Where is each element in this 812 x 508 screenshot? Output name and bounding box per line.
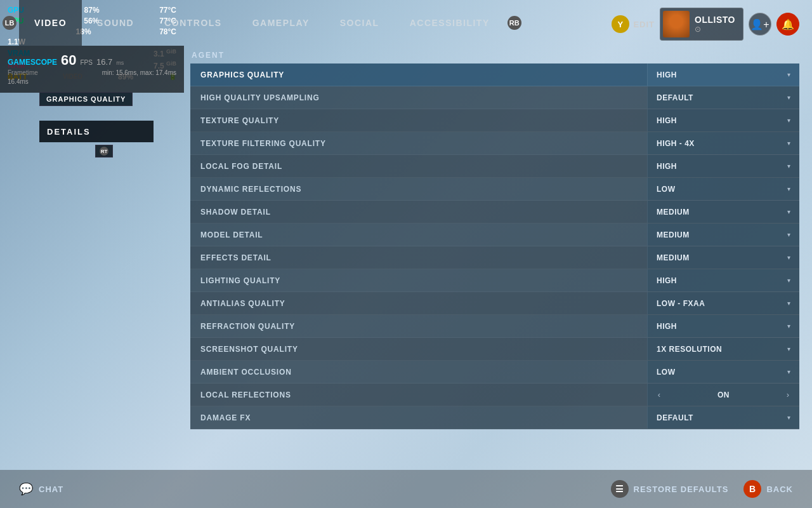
gamescope-label: GAMESCOPE [8, 58, 57, 67]
settings-row: SCREENSHOT QUALITY 1X RESOLUTION ▾ [190, 338, 799, 361]
settings-value-dropdown[interactable]: MEDIUM ▾ [647, 246, 799, 269]
settings-row: EFFECTS DETAIL MEDIUM ▾ [190, 246, 799, 269]
settings-value-text: DEFAULT [657, 413, 693, 422]
setting-label: LOCAL FOG DETAIL [190, 162, 647, 171]
settings-value-dropdown[interactable]: HIGH ▾ [647, 315, 799, 337]
settings-row: TEXTURE FILTERING QUALITY HIGH - 4X ▾ [190, 132, 799, 155]
frametime-range: min: 15.6ms, max: 17.4ms [102, 69, 176, 77]
settings-row: AMBIENT OCCLUSION LOW ▾ [190, 361, 799, 384]
tab-gameplay[interactable]: GAMEPLAY [237, 0, 325, 46]
setting-label: GRAPHICS QUALITY [190, 70, 647, 79]
arrow-control[interactable]: ‹ ON › [647, 384, 799, 406]
ms-value: 16.7 [96, 57, 112, 67]
tab-video[interactable]: VIDEO [19, 0, 82, 46]
frametime-label: Frametime [8, 69, 38, 77]
back-label: BACK [766, 485, 793, 494]
settings-table: GRAPHICS QUALITY HIGH ▾ HIGH QUALITY UPS… [190, 64, 799, 429]
fps-unit: FPS [81, 59, 93, 66]
b-button-icon: B [743, 480, 761, 498]
perf-panel: GAMESCOPE 60 FPS 16.7 ms Frametime min: … [0, 46, 184, 93]
setting-label: MODEL DETAIL [190, 231, 647, 239]
restore-defaults-label: RESTORE DEFAULTS [634, 485, 729, 494]
settings-row: TEXTURE QUALITY HIGH ▾ [190, 109, 799, 132]
fps-value: 60 [61, 52, 76, 69]
setting-label: REFRACTION QUALITY [190, 322, 647, 331]
chevron-down-icon: ▾ [787, 163, 790, 170]
settings-row: GRAPHICS QUALITY HIGH ▾ [190, 64, 799, 86]
settings-value-text: HIGH - 4X [657, 139, 695, 148]
settings-value-dropdown[interactable]: HIGH ▾ [647, 109, 799, 131]
settings-value-text: 1X RESOLUTION [657, 345, 722, 354]
settings-value-text: HIGH [657, 70, 677, 79]
settings-row: DAMAGE FX DEFAULT ▾ [190, 406, 799, 429]
chevron-down-icon: ▾ [787, 117, 790, 124]
settings-value-text: MEDIUM [657, 253, 690, 262]
setting-label: SHADOW DETAIL [190, 208, 647, 217]
settings-value-dropdown[interactable]: MEDIUM ▾ [647, 224, 799, 246]
chat-icon: 💬 [19, 482, 34, 496]
settings-value-text: MEDIUM [657, 231, 690, 239]
arrow-value: ON [717, 391, 730, 399]
settings-value-dropdown[interactable]: DEFAULT ▾ [647, 86, 799, 109]
rb-badge[interactable]: RB [508, 16, 521, 30]
bottom-right-actions: ☰ RESTORE DEFAULTS B BACK [611, 480, 793, 498]
settings-row: MODEL DETAIL MEDIUM ▾ [190, 224, 799, 246]
chat-action[interactable]: 💬 CHAT [19, 482, 63, 496]
setting-label: SCREENSHOT QUALITY [190, 345, 647, 354]
setting-label: AMBIENT OCCLUSION [190, 368, 647, 377]
setting-label: LOCAL REFLECTIONS [190, 391, 647, 399]
settings-value-text: HIGH [657, 276, 677, 285]
tab-accessibility[interactable]: ACCESSIBILITY [395, 0, 505, 46]
settings-value-text: LOW [657, 185, 676, 194]
chevron-down-icon: ▾ [787, 345, 790, 352]
settings-row: LOCAL FOG DETAIL HIGH ▾ [190, 155, 799, 178]
chevron-down-icon: ▾ [787, 94, 790, 101]
lb-badge[interactable]: LB [3, 16, 16, 30]
chevron-down-icon: ▾ [787, 368, 790, 375]
settings-value-text: HIGH [657, 322, 677, 331]
settings-value-dropdown[interactable]: HIGH ▾ [647, 269, 799, 291]
arrow-left-button[interactable]: ‹ [648, 384, 671, 406]
restore-defaults-action[interactable]: ☰ RESTORE DEFAULTS [611, 480, 729, 498]
settings-value-dropdown[interactable]: LOW ▾ [647, 178, 799, 200]
settings-value-dropdown[interactable]: HIGH - 4X ▾ [647, 132, 799, 154]
chat-label: CHAT [39, 485, 63, 494]
setting-label: DAMAGE FX [190, 413, 647, 422]
tab-controls[interactable]: CONTROLS [149, 0, 237, 46]
settings-row: ANTIALIAS QUALITY LOW - FXAA ▾ [190, 292, 799, 315]
settings-value-text: HIGH [657, 162, 677, 171]
setting-label: HIGH QUALITY UPSAMPLING [190, 93, 647, 102]
bottom-bar: 💬 CHAT ☰ RESTORE DEFAULTS B BACK [0, 470, 812, 508]
chevron-down-icon: ▾ [787, 140, 790, 147]
settings-row: LIGHTING QUALITY HIGH ▾ [190, 269, 799, 292]
settings-value-dropdown[interactable]: HIGH ▾ [647, 64, 799, 86]
tab-sound[interactable]: SOUND [82, 0, 149, 46]
settings-value-dropdown[interactable]: LOW ▾ [647, 361, 799, 383]
setting-label: ANTIALIAS QUALITY [190, 299, 647, 308]
settings-value-dropdown[interactable]: 1X RESOLUTION ▾ [647, 338, 799, 360]
settings-row: HIGH QUALITY UPSAMPLING DEFAULT ▾ [190, 86, 799, 109]
back-action[interactable]: B BACK [743, 480, 793, 498]
details-label: DETAILS [47, 127, 91, 137]
settings-value-dropdown[interactable]: MEDIUM ▾ [647, 201, 799, 223]
settings-value-dropdown[interactable]: LOW - FXAA ▾ [647, 292, 799, 314]
details-panel: DETAILS [39, 121, 154, 142]
chevron-down-icon: ▾ [787, 185, 790, 192]
agent-label: AGENT [190, 51, 799, 60]
setting-label: EFFECTS DETAIL [190, 253, 647, 262]
chevron-down-icon: ▾ [787, 414, 790, 421]
settings-panel: AGENT GRAPHICS QUALITY HIGH ▾ HIGH QUALI… [190, 51, 799, 429]
settings-row: REFRACTION QUALITY HIGH ▾ [190, 315, 799, 338]
settings-row: DYNAMIC REFLECTIONS LOW ▾ [190, 178, 799, 201]
settings-value-dropdown[interactable]: DEFAULT ▾ [647, 406, 799, 429]
chevron-down-icon: ▾ [787, 254, 790, 261]
ms-unit: ms [116, 60, 124, 66]
settings-value-text: MEDIUM [657, 208, 690, 217]
arrow-right-button[interactable]: › [776, 384, 799, 406]
chevron-down-icon: ▾ [787, 323, 790, 330]
tab-social[interactable]: SOCIAL [325, 0, 395, 46]
setting-label: TEXTURE QUALITY [190, 116, 647, 125]
settings-value-dropdown[interactable]: HIGH ▾ [647, 155, 799, 177]
chevron-down-icon: ▾ [787, 208, 790, 215]
chevron-down-icon: ▾ [787, 277, 790, 284]
